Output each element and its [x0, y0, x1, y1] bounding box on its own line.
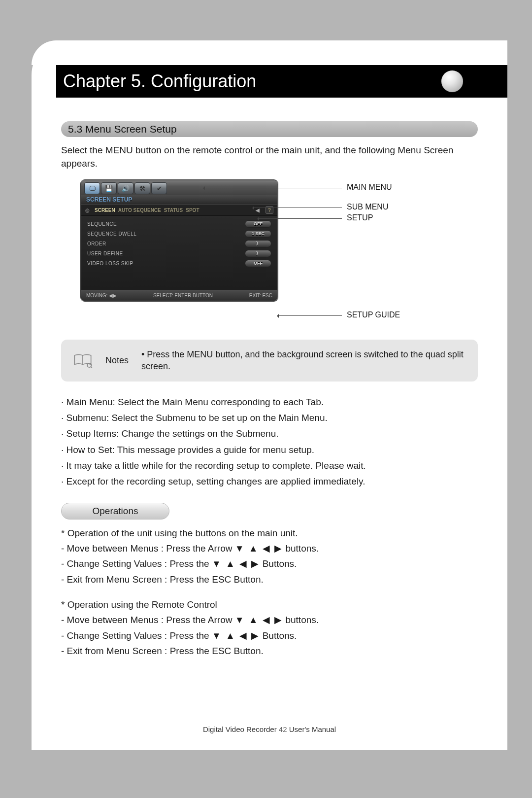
ops-line: - Move between Menus : Press the Arrow ▼… — [61, 612, 478, 627]
open-book-icon — [73, 353, 93, 368]
bullet-item: · Setup Items: Change the settings on th… — [61, 426, 478, 442]
ops-title: * Operation of the unit using the button… — [61, 525, 478, 541]
callout-line — [258, 218, 342, 219]
notes-box: Notes • Press the MENU button, and the b… — [61, 340, 478, 382]
ops-line: - Exit from Menu Screen : Press the ESC … — [61, 643, 478, 659]
operations-pill: Operations — [61, 503, 169, 520]
dvr-tab-spot: SPOT — [186, 208, 199, 213]
dvr-row-label: SEQUENCE — [87, 221, 245, 227]
ops-text: Buttons. — [260, 558, 297, 569]
page-footer: Digital Video Recorder 42 User's Manual — [32, 725, 507, 733]
page: Chapter 5. Configuration 5.3 Menu Screen… — [32, 40, 507, 750]
arrow-icons: ▼ ▲ ◀ ▶ — [235, 615, 283, 625]
dvr-footer-exit: EXIT: ESC — [249, 293, 272, 298]
footer-left: Digital Video Recorder — [203, 725, 277, 733]
callout-line — [253, 208, 342, 208]
ops-line: - Move between Menus : Press the Arrow ▼… — [61, 541, 478, 556]
disk-icon: 💾 — [101, 182, 117, 194]
notes-text: • Press the MENU button, and the backgro… — [141, 348, 466, 373]
dvr-row-label: USER DEFINE — [87, 251, 245, 256]
screenshot-area: 🖵 💾 🔊 🛠 ✔ SCREEN SETUP ◎ SCREEN AUTO SEQ… — [81, 180, 478, 328]
bullet-item: · Except for the recording setup, settin… — [61, 474, 478, 489]
chapter-title: Chapter 5. Configuration — [63, 71, 256, 92]
callout-main-menu: MAIN MENU — [347, 183, 392, 192]
dvr-heading: SCREEN SETUP — [81, 195, 277, 204]
callout-setup: SETUP — [347, 213, 373, 222]
ops-text: - Move between Menus : Press the Arrow — [61, 543, 235, 554]
ops-line: - Change Setting Values : Press the ▼ ▲ … — [61, 628, 478, 643]
bullet-item: · How to Set: This message provides a gu… — [61, 442, 478, 458]
dvr-tab-row: ◎ SCREEN AUTO SEQUENCE STATUS SPOT ◀ ? — [81, 204, 277, 216]
dvr-row-label: SEQUENCE DWELL — [87, 231, 245, 237]
section-intro: Select the MENU button on the remote con… — [61, 144, 478, 170]
dvr-row: SEQUENCE DWELL 1 SEC — [87, 229, 271, 239]
operations-block-remote: * Operation using the Remote Control - M… — [61, 597, 478, 659]
dvr-row-value: 》 — [245, 250, 271, 257]
dvr-row: SEQUENCE OFF — [87, 219, 271, 229]
ops-line: - Change Setting Values : Press the ▼ ▲ … — [61, 556, 478, 571]
section-title: 5.3 Menu Screen Setup — [68, 123, 177, 135]
dvr-tab-screen: SCREEN — [95, 208, 115, 213]
monitor-icon: 🖵 — [84, 182, 100, 194]
dvr-row: VIDEO LOSS SKIP OFF — [87, 258, 271, 268]
section-header: 5.3 Menu Screen Setup — [61, 121, 478, 137]
content-area: 5.3 Menu Screen Setup Select the MENU bu… — [32, 121, 507, 659]
dvr-row-label: VIDEO LOSS SKIP — [87, 261, 245, 266]
footer-page-number: 42 — [279, 725, 287, 733]
dvr-footer: MOVING: ◀▶ SELECT: ENTER BUTTON EXIT: ES… — [81, 290, 277, 301]
arrow-icons: ▼ ▲ ◀ ▶ — [212, 630, 260, 641]
ops-text: Buttons. — [260, 630, 297, 641]
dvr-row-label: ORDER — [87, 241, 245, 246]
dvr-tab-status: STATUS — [164, 208, 183, 213]
dvr-row-value: OFF — [245, 260, 271, 267]
dvr-row: ORDER 》 — [87, 239, 271, 248]
bullet-item: · It may take a little while for the rec… — [61, 458, 478, 474]
dvr-row: USER DEFINE 》 — [87, 248, 271, 258]
check-icon: ✔ — [151, 182, 167, 194]
dvr-row-value: OFF — [245, 220, 271, 228]
notes-label: Notes — [105, 355, 129, 366]
arrow-icons: ▼ ▲ ◀ ▶ — [212, 558, 260, 569]
tool-icon: 🛠 — [134, 182, 150, 194]
dvr-body: SEQUENCE OFF SEQUENCE DWELL 1 SEC ORDER … — [81, 216, 277, 290]
operations-pill-label: Operations — [93, 506, 138, 517]
bullet-list: · Main Menu: Select the Main Menu corres… — [61, 394, 478, 490]
callout-line — [204, 188, 342, 188]
audio-icon: 🔊 — [118, 182, 133, 194]
chapter-header-band: Chapter 5. Configuration — [56, 65, 507, 98]
ops-text: - Change Setting Values : Press the — [61, 558, 212, 569]
footer-right: User's Manual — [289, 725, 336, 733]
bullet-item: · Submenu: Select the Submenu to be set … — [61, 410, 478, 426]
ops-text: - Move between Menus : Press the Arrow — [61, 615, 235, 625]
ops-line: - Exit from Menu Screen : Press the ESC … — [61, 572, 478, 587]
ops-text: - Change Setting Values : Press the — [61, 630, 212, 641]
dvr-footer-select: SELECT: ENTER BUTTON — [117, 293, 249, 298]
back-arrow-icon: ◀ — [256, 208, 260, 213]
dvr-footer-moving: MOVING: ◀▶ — [86, 293, 117, 298]
callout-line — [278, 315, 342, 316]
bullet-item: · Main Menu: Select the Main Menu corres… — [61, 394, 478, 410]
decorative-orb — [441, 70, 463, 92]
top-white-band — [32, 40, 507, 65]
dvr-tab-autoseq: AUTO SEQUENCE — [118, 208, 161, 213]
dvr-screenshot: 🖵 💾 🔊 🛠 ✔ SCREEN SETUP ◎ SCREEN AUTO SEQ… — [81, 180, 278, 301]
callout-setup-guide: SETUP GUIDE — [347, 311, 400, 319]
arrow-icons: ▼ ▲ ◀ ▶ — [235, 543, 283, 554]
ops-text: buttons. — [283, 615, 319, 625]
dvr-row-value: 1 SEC — [245, 230, 271, 238]
below-header-spacer — [56, 98, 507, 121]
ops-text: buttons. — [283, 543, 319, 554]
operations-block-unit: * Operation of the unit using the button… — [61, 525, 478, 587]
callout-sub-menu: SUB MENU — [347, 203, 388, 211]
ops-title: * Operation using the Remote Control — [61, 597, 478, 612]
svg-line-2 — [91, 367, 92, 368]
dvr-row-value: 》 — [245, 240, 271, 247]
